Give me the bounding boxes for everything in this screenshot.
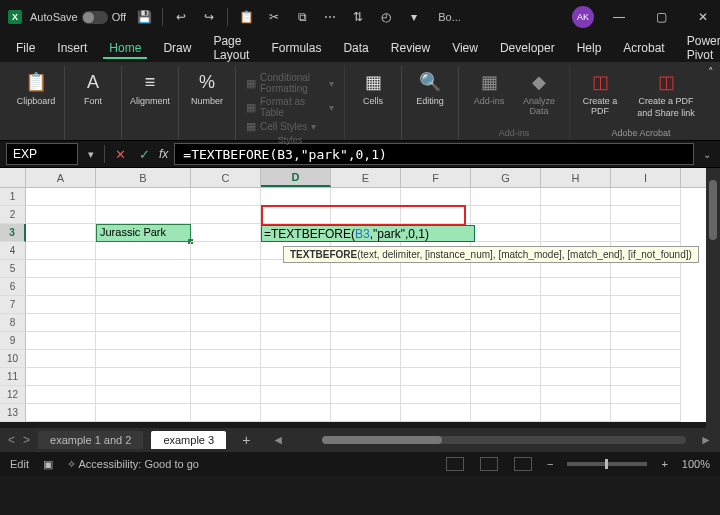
cell[interactable]	[611, 206, 681, 224]
alignment-button[interactable]: ≡Alignment	[128, 70, 172, 106]
undo-icon[interactable]: ↩	[171, 7, 191, 27]
cell[interactable]	[191, 350, 261, 368]
cell[interactable]	[191, 260, 261, 278]
cell[interactable]	[611, 224, 681, 242]
cell[interactable]	[26, 368, 96, 386]
cell[interactable]	[191, 296, 261, 314]
horizontal-scrollbar[interactable]	[322, 436, 686, 444]
cell[interactable]	[611, 404, 681, 422]
cell[interactable]	[26, 404, 96, 422]
cell[interactable]	[331, 206, 401, 224]
stats-icon[interactable]: ▣	[43, 458, 53, 471]
cell[interactable]	[541, 386, 611, 404]
cell[interactable]	[96, 278, 191, 296]
cell[interactable]	[261, 350, 331, 368]
cell[interactable]	[96, 404, 191, 422]
cell[interactable]	[611, 314, 681, 332]
cell[interactable]	[611, 332, 681, 350]
cell[interactable]	[261, 314, 331, 332]
cell[interactable]	[541, 404, 611, 422]
cell[interactable]	[611, 188, 681, 206]
share-pdf-button[interactable]: ◫Create a PDFand Share link	[628, 70, 704, 118]
cell[interactable]	[191, 242, 261, 260]
cell[interactable]	[96, 296, 191, 314]
cell[interactable]	[471, 386, 541, 404]
menu-review[interactable]: Review	[385, 37, 436, 59]
toggle-track[interactable]	[82, 11, 108, 24]
cell[interactable]	[191, 278, 261, 296]
normal-view-icon[interactable]	[446, 457, 464, 471]
menu-view[interactable]: View	[446, 37, 484, 59]
editing-button[interactable]: 🔍Editing	[408, 70, 452, 106]
col-header-d[interactable]: D	[261, 168, 331, 187]
row-header[interactable]: 12	[0, 386, 26, 404]
addins-button[interactable]: ▦Add-ins	[467, 70, 511, 106]
cell[interactable]	[26, 188, 96, 206]
cell[interactable]	[611, 350, 681, 368]
cell[interactable]	[96, 386, 191, 404]
cell[interactable]	[26, 278, 96, 296]
zoom-slider[interactable]	[567, 462, 647, 466]
cell[interactable]	[331, 350, 401, 368]
cell[interactable]	[96, 260, 191, 278]
maximize-icon[interactable]: ▢	[644, 2, 678, 32]
cell[interactable]	[96, 332, 191, 350]
zoom-level[interactable]: 100%	[682, 458, 710, 470]
col-header-i[interactable]: I	[611, 168, 681, 187]
accessibility-status[interactable]: ✧ Accessibility: Good to go	[67, 458, 199, 471]
menu-help[interactable]: Help	[571, 37, 608, 59]
cell[interactable]	[541, 296, 611, 314]
cell[interactable]	[261, 386, 331, 404]
cell[interactable]	[331, 404, 401, 422]
col-header-a[interactable]: A	[26, 168, 96, 187]
cell[interactable]	[96, 188, 191, 206]
cell[interactable]	[331, 278, 401, 296]
next-sheet-icon[interactable]: >	[23, 433, 30, 447]
cell[interactable]	[541, 224, 611, 242]
cell[interactable]	[401, 314, 471, 332]
cell[interactable]	[191, 188, 261, 206]
col-header-c[interactable]: C	[191, 168, 261, 187]
sheet-tab-1[interactable]: example 1 and 2	[38, 431, 143, 449]
qat-icon[interactable]: ⇅	[348, 7, 368, 27]
col-header-b[interactable]: B	[96, 168, 191, 187]
cell[interactable]	[541, 368, 611, 386]
qat-icon2[interactable]: ◴	[376, 7, 396, 27]
cell[interactable]	[611, 368, 681, 386]
cell[interactable]	[401, 206, 471, 224]
cell[interactable]	[191, 314, 261, 332]
cell[interactable]	[26, 332, 96, 350]
cell[interactable]	[401, 296, 471, 314]
menu-draw[interactable]: Draw	[157, 37, 197, 59]
cell[interactable]	[471, 188, 541, 206]
cell[interactable]	[96, 314, 191, 332]
cell[interactable]	[611, 278, 681, 296]
cell[interactable]	[261, 404, 331, 422]
row-header[interactable]: 5	[0, 260, 26, 278]
zoom-out-icon[interactable]: −	[547, 458, 553, 470]
menu-pagelayout[interactable]: Page Layout	[207, 30, 255, 66]
cell[interactable]	[471, 368, 541, 386]
cell[interactable]	[331, 296, 401, 314]
user-avatar[interactable]: AK	[572, 6, 594, 28]
cell[interactable]	[261, 296, 331, 314]
cell[interactable]	[541, 188, 611, 206]
row-header[interactable]: 1	[0, 188, 26, 206]
analyze-button[interactable]: ◆Analyze Data	[517, 70, 561, 116]
format-as-table-button[interactable]: ▦Format as Table▾	[246, 96, 334, 118]
cell[interactable]	[96, 368, 191, 386]
cell[interactable]	[26, 386, 96, 404]
cell[interactable]	[541, 206, 611, 224]
menu-home[interactable]: Home	[103, 37, 147, 59]
select-all-corner[interactable]	[0, 168, 26, 187]
cell-d3-editor[interactable]: =TEXTBEFORE(B3,"park",0,1)	[261, 225, 475, 242]
menu-developer[interactable]: Developer	[494, 37, 561, 59]
cell[interactable]	[401, 404, 471, 422]
zoom-in-icon[interactable]: +	[661, 458, 667, 470]
conditional-formatting-button[interactable]: ▦Conditional Formatting▾	[246, 72, 334, 94]
col-header-g[interactable]: G	[471, 168, 541, 187]
cell[interactable]	[471, 224, 541, 242]
cell[interactable]	[471, 206, 541, 224]
cell[interactable]	[331, 368, 401, 386]
cell-styles-button[interactable]: ▦Cell Styles▾	[246, 120, 334, 133]
